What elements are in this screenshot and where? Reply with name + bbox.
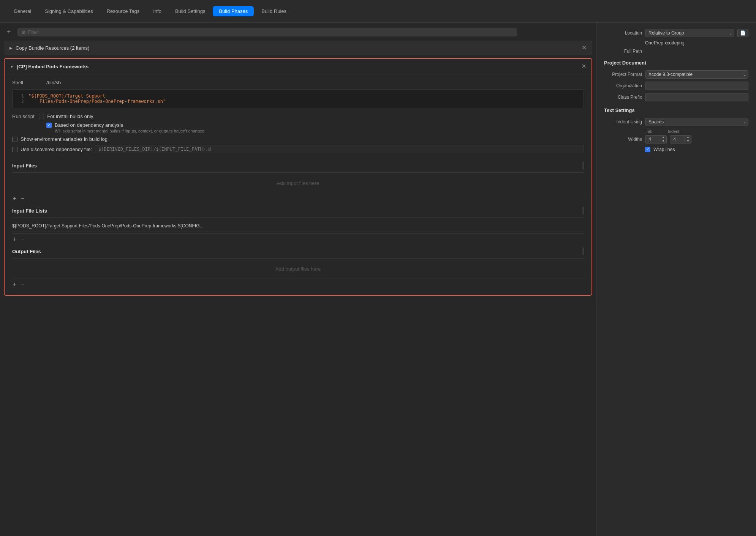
dependency-checkbox[interactable] <box>46 123 52 128</box>
wrap-lines-label: Wrap lines <box>653 147 675 152</box>
embed-pods-body: Shell /bin/sh 1 "${PODS_ROOT}/Target Sup… <box>5 74 592 295</box>
tab-width-up-button[interactable]: ▲ <box>660 136 666 139</box>
tab-build-settings[interactable]: Build Settings <box>169 6 212 16</box>
text-settings-title: Text Settings <box>604 107 748 113</box>
project-document-title: Project Document <box>604 60 748 66</box>
tab-general[interactable]: General <box>8 6 37 16</box>
embed-pods-triangle[interactable]: ▼ <box>10 65 14 69</box>
organization-label: Organization <box>604 83 642 88</box>
wrap-lines-row: Wrap lines <box>645 147 748 152</box>
filter-bar: ⊜ <box>17 28 517 36</box>
wrap-lines-checkbox[interactable] <box>645 147 650 152</box>
tab-signing[interactable]: Signing & Capabilities <box>39 6 99 16</box>
widths-label: Widths <box>604 137 642 142</box>
class-prefix-label: Class Prefix <box>604 95 642 100</box>
install-only-checkbox[interactable] <box>39 114 44 119</box>
full-path-label: Full Path <box>604 49 642 54</box>
shell-value: /bin/sh <box>46 80 61 85</box>
shell-row: Shell /bin/sh <box>12 80 584 85</box>
remove-output-file-button[interactable]: − <box>20 281 25 287</box>
dependency-hint: Will skip script in incremental builds i… <box>55 129 206 133</box>
indent-column-label: Indent <box>668 129 680 134</box>
script-code-block[interactable]: 1 "${PODS_ROOT}/Target Support 2 Files/P… <box>12 89 584 108</box>
add-input-file-list-button[interactable]: + <box>12 236 17 242</box>
shell-label: Shell <box>12 80 46 85</box>
input-files-title: Input Files <box>12 163 37 169</box>
remove-input-file-button[interactable]: − <box>20 195 25 202</box>
show-env-label: Show environment variables in build log <box>21 136 108 142</box>
location-file-icon-button[interactable]: 📄 <box>737 29 748 37</box>
output-files-title: Output Files <box>12 249 41 254</box>
location-select-wrap: Relative to Group ⌄ <box>645 29 734 37</box>
run-script-row: Run script: For install builds only <box>12 114 584 119</box>
indent-width-down-button[interactable]: ▼ <box>685 139 691 143</box>
location-select[interactable]: Relative to Group <box>645 29 734 37</box>
class-prefix-input[interactable] <box>645 93 748 101</box>
embed-pods-close-button[interactable]: ✕ <box>581 63 586 69</box>
tab-indent-labels: Tab Indent <box>646 129 748 134</box>
show-env-checkbox[interactable] <box>12 137 17 142</box>
input-files-controls: + − <box>12 193 584 204</box>
embed-pods-header: ▼ [CP] Embed Pods Frameworks ✕ <box>5 59 592 74</box>
project-format-select[interactable]: Xcode 9.3-compatible <box>645 70 748 79</box>
filter-input[interactable] <box>28 30 513 35</box>
indent-using-label: Indent Using <box>604 119 642 125</box>
show-env-row: Show environment variables in build log <box>12 136 584 142</box>
embed-pods-section: ▼ [CP] Embed Pods Frameworks ✕ Shell /bi… <box>4 58 592 296</box>
main-layout: + ⊜ ▶ Copy Bundle Resources (2 items) ✕ … <box>0 23 756 536</box>
add-output-file-button[interactable]: + <box>12 281 17 287</box>
organization-row: Organization <box>604 82 748 90</box>
widths-row: Widths ▲ ▼ ▲ ▼ <box>604 135 748 143</box>
line-num-2: 2 <box>16 99 24 104</box>
location-row: Location Relative to Group ⌄ 📄 <box>604 29 748 37</box>
tab-build-phases[interactable]: Build Phases <box>213 6 254 16</box>
project-format-label: Project Format <box>604 72 642 77</box>
code-line-1: 1 "${PODS_ROOT}/Target Support <box>16 93 580 99</box>
tab-width-down-button[interactable]: ▼ <box>660 139 666 143</box>
input-file-lists-section: Input File Lists ${PODS_ROOT}/Target Sup… <box>12 204 584 244</box>
collapse-triangle: ▶ <box>9 46 13 50</box>
dependency-label: Based on dependency analysis <box>55 122 206 128</box>
project-format-row: Project Format Xcode 9.3-compatible ⌄ <box>604 70 748 79</box>
location-label: Location <box>604 30 642 36</box>
remove-input-file-list-button[interactable]: − <box>20 236 25 242</box>
filename-row: OnePrep.xcodeproj <box>604 40 748 46</box>
add-input-file-button[interactable]: + <box>12 195 17 202</box>
class-prefix-row: Class Prefix <box>604 93 748 101</box>
line-num-1: 1 <box>16 93 24 99</box>
indent-stepper: ▲ ▼ <box>670 135 691 143</box>
tab-resource-tags[interactable]: Resource Tags <box>101 6 146 16</box>
run-script-label: Run script: <box>12 114 36 119</box>
code-line-2: 2 Files/Pods-OnePrep/Pods-OnePrep-framew… <box>16 99 580 104</box>
input-files-placeholder: Add input files here <box>12 175 584 191</box>
indent-using-select-wrap: Spaces ⌄ <box>645 118 748 126</box>
tab-column-label: Tab <box>646 129 653 134</box>
input-file-lists-controls: + − <box>12 233 584 244</box>
dependency-row: Based on dependency analysis Will skip s… <box>46 122 584 133</box>
left-panel: + ⊜ ▶ Copy Bundle Resources (2 items) ✕ … <box>0 23 596 536</box>
output-files-section: Output Files Add output files here + − <box>12 244 584 290</box>
tab-build-rules[interactable]: Build Rules <box>255 6 293 16</box>
tab-width-input[interactable] <box>645 135 660 143</box>
install-only-label: For install builds only <box>47 114 93 119</box>
output-files-controls: + − <box>12 279 584 290</box>
input-file-list-item: ${PODS_ROOT}/Target Support Files/Pods-O… <box>12 220 584 232</box>
input-file-lists-title: Input File Lists <box>12 208 47 214</box>
dep-file-input[interactable] <box>95 145 584 153</box>
input-files-section: Input Files Add input files here + − <box>12 159 584 204</box>
discovered-dep-checkbox[interactable] <box>12 147 17 152</box>
output-files-placeholder: Add output files here <box>12 261 584 277</box>
indent-using-select[interactable]: Spaces <box>645 118 748 126</box>
organization-input[interactable] <box>645 82 748 90</box>
copy-bundle-section: ▶ Copy Bundle Resources (2 items) ✕ <box>4 41 592 55</box>
add-phase-button[interactable]: + <box>4 27 14 38</box>
copy-bundle-close-button[interactable]: ✕ <box>582 45 587 51</box>
filename-value: OnePrep.xcodeproj <box>645 40 748 46</box>
tab-stepper: ▲ ▼ <box>645 135 667 143</box>
indent-width-input[interactable] <box>670 135 685 143</box>
tab-info[interactable]: Info <box>147 6 168 16</box>
indent-using-row: Indent Using Spaces ⌄ <box>604 118 748 126</box>
right-panel: Location Relative to Group ⌄ 📄 OnePrep.x… <box>596 23 756 536</box>
copy-bundle-title: Copy Bundle Resources (2 items) <box>16 45 89 51</box>
indent-width-up-button[interactable]: ▲ <box>685 136 691 139</box>
